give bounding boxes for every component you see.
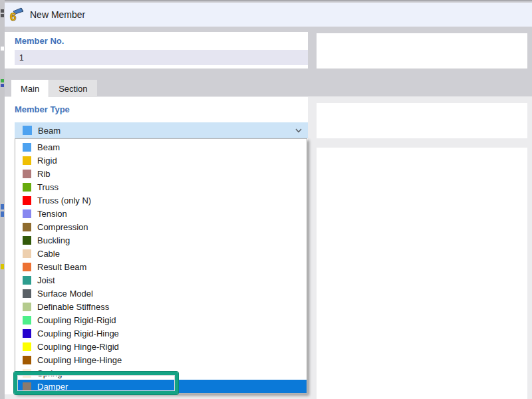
member-type-option[interactable]: Beam <box>15 140 307 154</box>
type-option-label: Result Beam <box>37 262 86 272</box>
type-color-swatch <box>23 369 31 378</box>
svg-text:6: 6 <box>10 11 16 23</box>
member-type-option[interactable]: Damper <box>15 380 307 393</box>
type-color-swatch <box>23 249 31 258</box>
member-type-option[interactable]: Surface Model <box>15 287 307 300</box>
member-type-option[interactable]: Coupling Rigid-Rigid <box>15 313 307 327</box>
type-option-label: Surface Model <box>37 289 93 299</box>
member-type-option[interactable]: Truss <box>15 180 307 194</box>
type-option-label: Truss (only N) <box>37 196 91 205</box>
type-color-swatch <box>23 183 31 192</box>
member-type-option[interactable]: Compression <box>15 220 307 233</box>
type-option-label: Definable Stiffness <box>37 302 109 312</box>
type-color-swatch <box>23 156 31 165</box>
edge-fragment <box>1 264 4 269</box>
type-color-swatch <box>23 356 31 364</box>
type-color-swatch <box>23 170 31 178</box>
member-type-option[interactable]: Spring <box>15 366 307 380</box>
type-color-swatch <box>23 263 31 271</box>
member-type-option[interactable]: Truss (only N) <box>15 194 307 207</box>
member-no-label: Member No. <box>15 36 64 46</box>
type-option-label: Buckling <box>37 235 70 245</box>
edge-fragment <box>1 14 4 17</box>
edge-fragment <box>1 84 4 87</box>
dialog-title: New Member <box>30 9 85 20</box>
type-color-swatch <box>23 209 31 218</box>
tabbar: Main Section <box>5 80 97 98</box>
type-color-swatch <box>23 342 31 351</box>
type-option-label: Coupling Hinge-Rigid <box>37 342 119 352</box>
right-panel-middle <box>317 103 527 138</box>
member-type-option[interactable]: Coupling Hinge-Hinge <box>15 353 307 366</box>
right-panel-top <box>317 33 527 68</box>
type-option-label: Spring <box>37 368 63 378</box>
member-type-option[interactable]: Cable <box>15 247 307 260</box>
member-type-option[interactable]: Joist <box>15 273 307 287</box>
main-tab-panel: Member Type Beam Beam Rigid Rib Truss Tr… <box>5 97 308 394</box>
type-option-label: Cable <box>37 249 60 259</box>
type-option-label: Coupling Rigid-Hinge <box>37 329 119 338</box>
chevron-down-icon <box>294 126 303 135</box>
member-type-list: Beam Rigid Rib Truss Truss (only N) Tens… <box>15 138 307 394</box>
rfem6-logo-icon: 6 <box>9 7 25 23</box>
type-option-label: Joist <box>37 275 55 285</box>
type-color-swatch <box>23 316 31 325</box>
type-option-label: Compression <box>37 222 88 232</box>
type-color-swatch <box>23 276 31 285</box>
type-color-swatch <box>23 143 31 152</box>
background-app-edge <box>0 0 5 399</box>
selected-type-color-swatch <box>23 126 32 135</box>
type-color-swatch <box>23 223 31 231</box>
type-option-label: Damper <box>37 382 68 392</box>
right-panel-preview <box>317 148 527 399</box>
type-color-swatch <box>23 196 31 205</box>
type-color-swatch <box>23 382 31 391</box>
member-no-input[interactable] <box>15 50 308 65</box>
selected-type-label: Beam <box>38 126 61 136</box>
edge-fragment <box>1 47 4 51</box>
screen: 6 New Member Member No. Main Section Mem… <box>0 0 532 399</box>
tab-section[interactable]: Section <box>49 80 96 98</box>
type-option-label: Coupling Rigid-Rigid <box>37 315 116 325</box>
type-color-swatch <box>23 289 31 298</box>
type-option-label: Beam <box>37 142 60 152</box>
edge-fragment <box>1 204 4 209</box>
type-color-swatch <box>23 236 31 245</box>
dialog-titlebar: 6 New Member <box>5 3 532 27</box>
member-type-option[interactable]: Tension <box>15 207 307 220</box>
type-option-label: Rigid <box>37 156 57 166</box>
edge-fragment <box>1 79 4 82</box>
type-color-swatch <box>23 329 31 338</box>
member-type-option[interactable]: Buckling <box>15 233 307 247</box>
tab-main[interactable]: Main <box>11 80 49 98</box>
member-type-option[interactable]: Rigid <box>15 154 307 167</box>
type-color-swatch <box>23 303 31 311</box>
member-type-option[interactable]: Definable Stiffness <box>15 300 307 313</box>
member-type-option[interactable]: Result Beam <box>15 260 307 273</box>
edge-fragment <box>1 9 4 13</box>
member-type-combobox[interactable]: Beam <box>15 122 308 138</box>
edge-fragment <box>1 211 4 217</box>
member-type-option[interactable]: Coupling Rigid-Hinge <box>15 327 307 340</box>
type-option-label: Coupling Hinge-Hinge <box>37 355 122 365</box>
member-no-panel: Member No. <box>5 32 308 68</box>
type-option-label: Rib <box>37 169 51 179</box>
member-type-option[interactable]: Rib <box>15 167 307 180</box>
type-option-label: Tension <box>37 209 67 219</box>
member-type-label: Member Type <box>15 104 70 114</box>
type-option-label: Truss <box>37 182 59 192</box>
member-type-option[interactable]: Coupling Hinge-Rigid <box>15 340 307 353</box>
